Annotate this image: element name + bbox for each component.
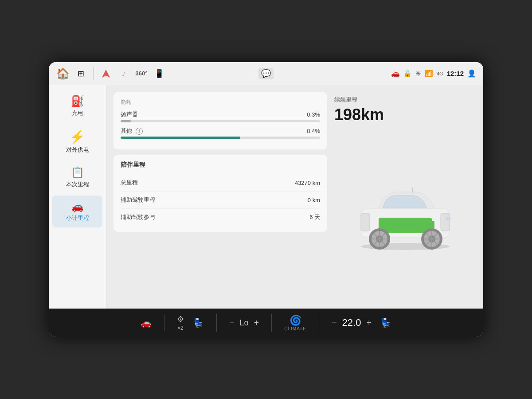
plus-lo-button[interactable]: +: [254, 318, 259, 328]
bluetooth-icon: ✳: [415, 70, 421, 78]
user-icon[interactable]: 👤: [467, 69, 476, 78]
fan-speed-label: ×2: [177, 325, 184, 331]
total-mileage-label: 总里程: [121, 179, 138, 187]
temperature-display: 22.0: [342, 317, 361, 329]
speaker-row: 扬声器 0.3%: [121, 110, 320, 118]
left-panel: 能耗 扬声器 0.3% 其他 ℹ 8: [113, 92, 327, 301]
phone-icon[interactable]: 📱: [152, 66, 166, 81]
autopilot-mileage-row: 辅助驾驶里程 0 km: [121, 192, 320, 209]
speaker-label: 扬声器: [121, 110, 138, 118]
other-progress-bg: [121, 137, 320, 139]
car-status-icon: 🚗: [391, 69, 400, 78]
info-icon[interactable]: ℹ: [136, 128, 143, 135]
wifi-icon: 📶: [425, 70, 433, 78]
home-icon[interactable]: 🏠: [56, 66, 70, 81]
other-progress-fill: [121, 137, 240, 139]
mileage-card: 陪伴里程 总里程 43270 km 辅助驾驶里程 0 km 辅助驾驶参与 6 天: [113, 155, 327, 232]
autopilot-engage-label: 辅助驾驶参与: [121, 213, 155, 221]
total-mileage-value: 43270 km: [295, 180, 320, 186]
other-value: 8.4%: [307, 128, 320, 134]
temp-control-group: − 22.0 +: [332, 317, 372, 329]
signal-strength: 4G: [437, 71, 443, 76]
car-illustration: [343, 178, 467, 253]
autopilot-mileage-label: 辅助驾驶里程: [121, 196, 155, 204]
autopilot-engage-value: 6 天: [309, 213, 320, 221]
main-screen: 🏠 ⊞ ♪ 360° 📱 💬 🚗 🔒 ✳ 📶: [49, 62, 483, 337]
sidebar-item-power-export[interactable]: ⚡ 对外供电: [52, 124, 102, 159]
plus-temp-button[interactable]: +: [366, 318, 372, 328]
autopilot-mileage-value: 0 km: [308, 197, 320, 203]
content-area: 能耗 扬声器 0.3% 其他 ℹ 8: [106, 85, 483, 309]
total-mileage-row: 总里程 43270 km: [121, 174, 320, 192]
message-icon[interactable]: 💬: [258, 68, 274, 79]
sidebar: ⛽ 充电 ⚡ 对外供电 📋 本次里程 🚗 小计里程: [49, 85, 106, 309]
apps-icon[interactable]: ⊞: [74, 66, 88, 81]
sidebar-item-odometer[interactable]: 🚗 小计里程: [52, 196, 102, 227]
speaker-progress-fill: [121, 120, 131, 122]
lock-icon: 🔒: [403, 70, 412, 78]
clock-display: 12:12: [447, 70, 464, 77]
sidebar-charging-label: 充电: [72, 109, 83, 117]
climate-center[interactable]: 🌀 CLIMATE: [284, 315, 306, 331]
fan-icon: ⚙: [177, 314, 184, 324]
svg-marker-0: [102, 69, 110, 77]
camera-icon[interactable]: 360°: [134, 66, 149, 81]
top-navigation: 🏠 ⊞ ♪ 360° 📱 💬 🚗 🔒 ✳ 📶: [49, 62, 483, 85]
speaker-value: 0.3%: [307, 111, 320, 118]
seat-icon-left: 💺: [193, 317, 204, 328]
nav-right-group: 🚗 🔒 ✳ 📶 4G 12:12 👤: [391, 69, 476, 78]
bottom-sep-4: [319, 314, 319, 332]
nav-left-group: 🏠 ⊞ ♪ 360° 📱: [56, 66, 391, 81]
mileage-section-title: 陪伴里程: [121, 161, 320, 169]
car-bottom-icon[interactable]: 🚗: [141, 317, 152, 328]
energy-card: 能耗 扬声器 0.3% 其他 ℹ 8: [113, 92, 327, 149]
sidebar-power-label: 对外供电: [66, 146, 89, 154]
trip-icon: 📋: [71, 166, 84, 179]
svg-rect-3: [379, 218, 432, 233]
power-icon: ⚡: [70, 129, 85, 144]
minus-temp-button[interactable]: −: [332, 318, 337, 328]
svg-rect-7: [446, 217, 450, 220]
climate-fan-icon: 🌀: [289, 315, 301, 326]
seat-icon-right: 💺: [380, 317, 391, 328]
autopilot-engage-row: 辅助驾驶参与 6 天: [121, 209, 320, 226]
other-label: 其他 ℹ: [121, 127, 143, 135]
sidebar-item-charging[interactable]: ⛽ 充电: [52, 90, 102, 122]
svg-rect-5: [441, 213, 450, 231]
fan-speed-control[interactable]: ⚙ ×2: [177, 314, 184, 331]
car-icon: 🚗: [141, 317, 152, 328]
seat-heat-right[interactable]: 💺: [380, 317, 391, 328]
car-visual: [334, 129, 476, 301]
range-label: 续航里程: [334, 96, 476, 104]
svg-rect-22: [412, 188, 413, 193]
other-row: 其他 ℹ 8.4%: [121, 127, 320, 135]
svg-rect-4: [431, 221, 434, 230]
lo-control-group: − Lo +: [229, 318, 259, 328]
main-area: ⛽ 充电 ⚡ 对外供电 📋 本次里程 🚗 小计里程 能耗: [49, 85, 483, 309]
speaker-progress-bg: [121, 120, 320, 122]
bottom-bar: 🚗 ⚙ ×2 💺 − Lo + 🌀 CLIMATE − 22.0: [49, 309, 483, 337]
range-section: 续航里程 198km: [334, 92, 476, 129]
music-icon[interactable]: ♪: [117, 66, 131, 81]
sidebar-trip-label: 本次里程: [66, 180, 89, 188]
climate-label: CLIMATE: [284, 326, 306, 331]
navigate-icon[interactable]: [99, 66, 113, 81]
bottom-sep-2: [216, 314, 217, 332]
energy-title: 能耗: [121, 98, 320, 106]
charging-icon: ⛽: [71, 95, 84, 107]
sidebar-odometer-label: 小计里程: [66, 214, 89, 222]
bottom-sep-1: [164, 314, 164, 332]
nav-divider-1: [93, 67, 94, 80]
seat-heat-left[interactable]: 💺: [193, 317, 204, 328]
sidebar-item-trip[interactable]: 📋 本次里程: [52, 161, 102, 194]
range-value: 198km: [334, 106, 476, 124]
bottom-sep-3: [271, 314, 272, 332]
right-panel: 续航里程 198km: [334, 92, 476, 301]
minus-lo-button[interactable]: −: [229, 318, 235, 328]
lo-label: Lo: [240, 318, 249, 328]
odometer-icon: 🚗: [71, 201, 83, 212]
svg-rect-6: [361, 213, 370, 231]
